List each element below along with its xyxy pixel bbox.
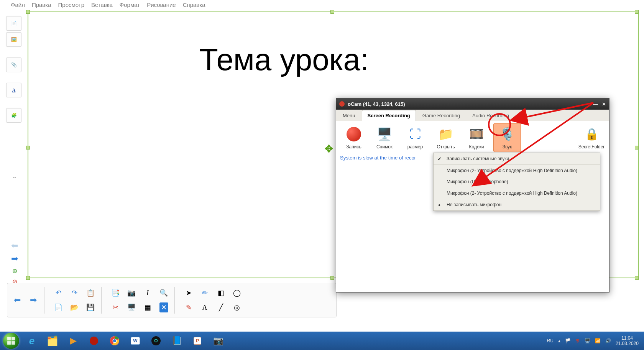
close-tool-button[interactable]: ✕: [157, 301, 171, 314]
menu-mic-hd-1[interactable]: Микрофон (2- Устройство с поддержкой Hig…: [434, 164, 600, 176]
selection-handle[interactable]: [635, 10, 639, 14]
ocam-tab-game[interactable]: Game Recording: [417, 110, 466, 121]
ocam-tab-audio[interactable]: Audio Recording: [467, 110, 515, 121]
svg-rect-4: [7, 341, 11, 345]
taskbar-record-app[interactable]: [84, 334, 104, 348]
language-indicator[interactable]: RU: [547, 338, 554, 343]
clear-button[interactable]: ◎: [230, 301, 244, 314]
shape-button[interactable]: ◯: [230, 286, 244, 299]
text-format-button[interactable]: A: [6, 83, 21, 97]
taskbar-explorer[interactable]: 🗂️: [43, 334, 62, 348]
taskbar-notebook[interactable]: 📘: [167, 334, 186, 348]
tray-volume-icon[interactable]: 🔊: [605, 338, 611, 343]
bottom-toolbar: ⬅ ➡ ↶ 📄 ↷ 📂 📋 💾 📑 ✂ 📷 🖥️ I ▦ 🔍 ✕ ➤ ✎ ✏ A…: [7, 283, 337, 317]
start-button[interactable]: [3, 333, 19, 349]
selection-handle[interactable]: [635, 276, 639, 280]
screen-button[interactable]: 🖥️: [125, 301, 138, 314]
selection-handle[interactable]: [26, 10, 30, 14]
minimize-button[interactable]: —: [593, 101, 598, 107]
cut-button[interactable]: ✂: [108, 301, 122, 314]
selection-handle[interactable]: [635, 146, 639, 150]
ocam-resize-button[interactable]: ⛶ размер: [401, 123, 429, 152]
paste-button[interactable]: 📋: [84, 286, 97, 299]
menu-format[interactable]: Формат: [120, 2, 140, 10]
back-arrow-icon[interactable]: ⬅: [11, 241, 18, 251]
insert-image-button[interactable]: 🖼️: [6, 32, 21, 47]
add-page-icon[interactable]: ⊕: [12, 267, 17, 274]
taskbar-ocam[interactable]: O: [146, 334, 166, 348]
line-button[interactable]: ╱: [214, 301, 228, 314]
tray-up-icon[interactable]: ▴: [558, 338, 560, 343]
marker-button[interactable]: ✏: [198, 286, 212, 299]
tray-flag-icon[interactable]: 🏳️: [565, 338, 571, 343]
taskbar-word[interactable]: W: [126, 334, 145, 348]
nav-prev-button[interactable]: ⬅: [10, 293, 24, 307]
ocam-sound-button[interactable]: 🎙️ Звук: [493, 123, 521, 152]
open-button[interactable]: 📂: [67, 301, 81, 314]
ocam-record-button[interactable]: Запись: [340, 123, 368, 152]
pointer-button[interactable]: ➤: [182, 286, 196, 299]
text-a-button[interactable]: A: [198, 301, 212, 314]
svg-rect-2: [7, 337, 11, 340]
ocam-open-button[interactable]: 📁 Открыть: [432, 123, 460, 152]
folder-open-icon: 📂: [70, 303, 79, 312]
taskbar-ie[interactable]: e: [22, 334, 41, 348]
ocam-tab-screen[interactable]: Screen Recording: [362, 110, 416, 121]
resize-handle-icon[interactable]: ↔: [12, 175, 17, 180]
taskbar-clock[interactable]: 11:04 21.03.2020: [616, 335, 639, 347]
clear-icon: ◎: [234, 303, 240, 312]
svg-rect-3: [12, 337, 15, 340]
ocam-secretfolder-button[interactable]: 🔒 SecretFolder: [578, 123, 605, 152]
menu-help[interactable]: Справка: [183, 2, 205, 10]
menu-mic-hd-2[interactable]: Микрофон (2- Устройство с поддержкой Hig…: [434, 187, 600, 199]
menu-file[interactable]: Файл: [11, 2, 25, 10]
ocam-codecs-button[interactable]: 🎞️ Кодеки: [463, 123, 490, 152]
word-icon: W: [131, 337, 140, 345]
menu-insert[interactable]: Вставка: [91, 2, 113, 10]
record-dot-icon: [90, 337, 98, 345]
selection-handle[interactable]: [330, 10, 334, 14]
tray-monitor-icon[interactable]: 🖥️: [585, 338, 590, 343]
new-button[interactable]: 📄: [51, 301, 65, 314]
grid-icon: ▦: [145, 303, 151, 312]
selection-handle[interactable]: [330, 276, 334, 280]
save-button[interactable]: 💾: [84, 301, 97, 314]
menu-edit[interactable]: Правка: [32, 2, 51, 10]
menu-draw[interactable]: Рисование: [147, 2, 176, 10]
ie-icon: e: [29, 335, 34, 347]
forward-arrow-icon[interactable]: ➡: [11, 254, 18, 264]
selection-handle[interactable]: [26, 146, 30, 150]
taskbar-powerpoint[interactable]: P: [188, 334, 207, 348]
ocam-resize-label: размер: [407, 144, 423, 150]
copy-button[interactable]: 📑: [108, 286, 122, 299]
ocam-tab-menu[interactable]: Menu: [337, 110, 361, 121]
ocam-capture-button[interactable]: 🖥️ Снимок: [371, 123, 398, 152]
eraser-button[interactable]: ◧: [214, 286, 228, 299]
text-button[interactable]: I: [141, 286, 154, 299]
plugin-button[interactable]: 🧩: [6, 108, 21, 123]
taskbar-chrome[interactable]: [105, 334, 124, 348]
attach-button[interactable]: 📎: [6, 58, 21, 72]
tray-shield-icon[interactable]: ⛨: [575, 338, 580, 343]
camera-button[interactable]: 📷: [125, 286, 138, 299]
menu-bar: Файл Правка Просмотр Вставка Формат Рисо…: [11, 2, 205, 10]
ocam-toolbar: Запись 🖥️ Снимок ⛶ размер 📁 Открыть 🎞️ К…: [336, 121, 609, 154]
redo-button[interactable]: ↷: [67, 286, 81, 299]
taskbar-camera[interactable]: 📷: [209, 334, 228, 348]
tray-network-icon[interactable]: 📶: [595, 338, 601, 343]
grid-button[interactable]: ▦: [141, 301, 154, 314]
menu-mic-usb[interactable]: Микрофон (USB Microphone): [434, 176, 600, 187]
menu-system-sounds[interactable]: Записывать системные звуки: [434, 153, 600, 164]
find-button[interactable]: 🔍: [157, 286, 171, 299]
nav-next-button[interactable]: ➡: [26, 293, 40, 307]
menu-no-mic[interactable]: Не записывать микрофон: [434, 199, 600, 210]
undo-button[interactable]: ↶: [51, 286, 65, 299]
selection-handle[interactable]: [26, 276, 30, 280]
shape-icon: ◯: [233, 289, 241, 297]
close-button[interactable]: ✕: [602, 101, 606, 107]
pen-button[interactable]: ✎: [182, 301, 196, 314]
menu-view[interactable]: Просмотр: [58, 2, 85, 10]
taskbar-media[interactable]: ▶: [64, 334, 83, 348]
new-doc-button[interactable]: 📄: [6, 16, 21, 31]
ocam-titlebar[interactable]: oCam (41, 43, 1324, 615) — ✕: [336, 98, 609, 110]
